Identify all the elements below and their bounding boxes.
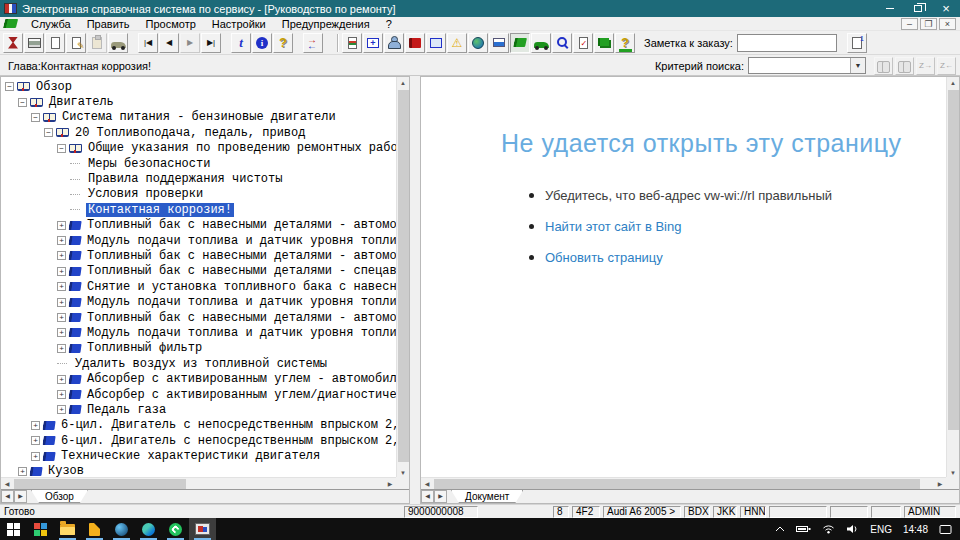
nav-previous-button[interactable] xyxy=(159,33,179,53)
mdi-restore-button[interactable]: ❐ xyxy=(920,18,937,30)
tree-item[interactable]: Удалить воздух из топливной системы xyxy=(1,356,397,371)
tree-item-label[interactable]: Двигатель xyxy=(47,95,116,109)
circle-app-taskbar-button[interactable] xyxy=(108,518,135,540)
tree-horizontal-scrollbar[interactable]: ◀ ▶ xyxy=(1,477,396,489)
mdi-close-button[interactable]: × xyxy=(939,18,956,30)
tree-expander-minus-icon[interactable]: − xyxy=(18,98,27,107)
new-document-button[interactable] xyxy=(45,33,65,53)
menu-item-просмотр[interactable]: Просмотр xyxy=(138,18,204,30)
tree-item[interactable]: −Общие указания по проведению ремонтных … xyxy=(1,141,397,156)
whatsapp-taskbar-button[interactable] xyxy=(162,518,189,540)
tray-expand-button[interactable] xyxy=(775,526,785,532)
file-explorer-taskbar-button[interactable] xyxy=(54,518,81,540)
scroll-up-icon[interactable]: ▲ xyxy=(397,77,409,89)
tree-expander-plus-icon[interactable]: + xyxy=(57,298,66,307)
tab-scroll-left-icon[interactable]: ◀ xyxy=(1,490,14,503)
nav-next-button[interactable] xyxy=(180,33,200,53)
tree-item[interactable]: +Педаль газа xyxy=(1,402,397,417)
chevron-down-icon[interactable]: ▼ xyxy=(850,58,865,73)
close-button[interactable]: × xyxy=(932,0,960,17)
tree-expander-plus-icon[interactable]: + xyxy=(57,221,66,230)
paste-button[interactable] xyxy=(87,33,107,53)
tree-item-label[interactable]: Топливный бак с навесными деталями - авт… xyxy=(85,311,397,325)
vehicle-button[interactable] xyxy=(108,33,128,53)
window-grid-button[interactable] xyxy=(363,33,383,53)
tree-item-label[interactable]: Модуль подачи топлива и датчик уровня то… xyxy=(85,326,397,340)
start-taskbar-button[interactable] xyxy=(0,518,27,540)
tree-item-label[interactable]: Топливный бак с навесными деталями - спе… xyxy=(85,264,397,278)
action-center-button[interactable] xyxy=(939,524,952,535)
swap-arrows-button[interactable] xyxy=(303,33,323,53)
tree-item-label[interactable]: Топливный бак с навесными деталями - авт… xyxy=(85,218,397,232)
help-button[interactable] xyxy=(273,33,293,53)
warning-button[interactable] xyxy=(447,33,467,53)
book-help-button[interactable] xyxy=(615,33,635,53)
search-binoculars-button[interactable] xyxy=(874,57,893,75)
parts-document-button[interactable] xyxy=(342,33,362,53)
tree-item-label[interactable]: Правила поддержания чистоты xyxy=(86,172,284,186)
notes-app-taskbar-button[interactable] xyxy=(81,518,108,540)
tree-item[interactable]: −Двигатель xyxy=(1,94,397,109)
tree-item-label[interactable]: Технические характеристики двигателя xyxy=(59,449,322,463)
tree-item[interactable]: −Система питания - бензиновые двигатели xyxy=(1,110,397,125)
tree-item[interactable]: −Обзор xyxy=(1,79,397,94)
tree-item[interactable]: +Модуль подачи топлива и датчик уровня т… xyxy=(1,294,397,309)
tree-expander-plus-icon[interactable]: + xyxy=(57,405,66,414)
tree-expander-plus-icon[interactable]: + xyxy=(57,390,66,399)
tree-expander-plus-icon[interactable]: + xyxy=(57,251,66,260)
document-horizontal-scrollbar[interactable]: ◀ ▶ xyxy=(421,477,946,489)
tree-expander-plus-icon[interactable]: + xyxy=(31,452,40,461)
tree-expander-plus-icon[interactable]: + xyxy=(31,421,40,430)
battery-indicator[interactable] xyxy=(796,525,811,533)
tree-item-label[interactable]: Педаль газа xyxy=(85,403,168,417)
tree-item[interactable]: +Модуль подачи топлива и датчик уровня т… xyxy=(1,233,397,248)
green-car-button[interactable] xyxy=(531,33,551,53)
tree-item-label[interactable]: Абсорбер с активированным углем - автомо… xyxy=(85,372,397,386)
menu-item-настройки[interactable]: Настройки xyxy=(204,18,274,30)
maximize-button[interactable] xyxy=(904,0,932,17)
screen-button[interactable] xyxy=(426,33,446,53)
nav-first-button[interactable] xyxy=(138,33,158,53)
tree-expander-minus-icon[interactable]: − xyxy=(57,144,66,153)
tree-item-label[interactable]: Обзор xyxy=(34,80,74,94)
menu-item-[interactable]: ? xyxy=(378,18,400,30)
tree-item[interactable]: +Абсорбер с активированным углем/диагнос… xyxy=(1,387,397,402)
print-button[interactable] xyxy=(24,33,44,53)
tree-item-label[interactable]: Снятие и установка топливного бака с нав… xyxy=(85,280,397,294)
minimize-button[interactable] xyxy=(876,0,904,17)
scroll-up-icon[interactable]: ▲ xyxy=(947,77,959,89)
tree-item-label[interactable]: Система питания - бензиновые двигатели xyxy=(60,110,338,124)
customer-button[interactable] xyxy=(384,33,404,53)
tree-item-label[interactable]: 6-цил. Двигатель с непосредственным впры… xyxy=(59,418,397,432)
tab-overview[interactable]: Обзор xyxy=(31,490,88,503)
tree-item-label[interactable]: Абсорбер с активированным углем/диагност… xyxy=(85,388,397,402)
return-step-button[interactable] xyxy=(231,33,251,53)
nav-last-button[interactable] xyxy=(201,33,221,53)
tree-expander-plus-icon[interactable]: + xyxy=(57,313,66,322)
manuals-button[interactable] xyxy=(594,33,614,53)
tree-item[interactable]: +Топливный бак с навесными деталями - ав… xyxy=(1,310,397,325)
edge-taskbar-button[interactable] xyxy=(135,518,162,540)
tree-expander-plus-icon[interactable]: + xyxy=(57,236,66,245)
tree-item-label[interactable]: Топливный фильтр xyxy=(85,341,204,355)
error-link[interactable]: Обновить страницу xyxy=(545,250,663,265)
tree-item-label[interactable]: 6-цил. Двигатель с непосредственным впры… xyxy=(59,434,397,448)
tree-item[interactable]: Контактная коррозия! xyxy=(1,202,397,217)
tree-expander-plus-icon[interactable]: + xyxy=(57,344,66,353)
tree-item-label[interactable]: Общие указания по проведению ремонтных р… xyxy=(86,141,397,155)
document-vscroll-thumb[interactable] xyxy=(948,90,959,430)
info-button[interactable] xyxy=(252,33,272,53)
tree-item-label[interactable]: 20 Топливоподача, педаль, привод xyxy=(73,126,307,140)
tree-item[interactable]: Правила поддержания чистоты xyxy=(1,171,397,186)
tree-item[interactable]: +Топливный бак с навесными деталями - ав… xyxy=(1,218,397,233)
clock[interactable]: 14:48 xyxy=(903,524,928,535)
network-indicator[interactable] xyxy=(822,524,835,534)
search-binoculars-alt-button[interactable] xyxy=(895,57,914,75)
tab-document[interactable]: Документ xyxy=(451,490,523,503)
tree-expander-minus-icon[interactable]: − xyxy=(44,128,53,137)
tree-expander-plus-icon[interactable]: + xyxy=(57,328,66,337)
tree-item[interactable]: −20 Топливоподача, педаль, привод xyxy=(1,125,397,140)
tab-scroll-right-icon[interactable]: ▶ xyxy=(14,490,27,503)
checklist-button[interactable] xyxy=(573,33,593,53)
tree-item[interactable]: +Топливный бак с навесными деталями - сп… xyxy=(1,264,397,279)
